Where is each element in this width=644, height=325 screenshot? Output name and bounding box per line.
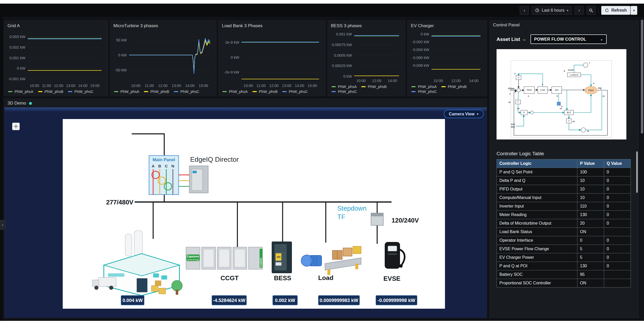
diagram-annotation: PQsp [508, 87, 514, 90]
legend-item-phw-phsb[interactable]: PhW_phsB [252, 90, 278, 94]
x-axis-tick: 12:00 [158, 84, 167, 88]
table-row-meter-reading: Meter Reading1300 [497, 211, 631, 219]
diagram-block-label: Plant [588, 89, 594, 92]
panel-load-bank-3-phases: Load Bank 3 Phases2e-9 kW0 kW-2e-9 kW10:… [218, 20, 325, 96]
chart-bess-3-phases[interactable]: 0.001 kW0.00075 kW0.0005 kW0.00025 kW0 k… [330, 29, 403, 84]
panel-title[interactable]: MicroTurbine 3 phases [113, 23, 214, 29]
legend-item-phw-phsc[interactable]: PhW_phsC [331, 90, 357, 94]
refresh-button[interactable]: Refresh [601, 6, 631, 15]
logic-name-cell: Delta P and Q [497, 176, 577, 185]
legend-item-phw-phsa[interactable]: PhW_phsA [114, 90, 139, 94]
chart-legend: PhW_phsAPhW_phsBPhW_phsC [113, 89, 214, 94]
chart-load-bank-3-phases[interactable]: 2e-9 kW0 kW-2e-9 kW10:0011:0012:0013:001… [221, 29, 323, 89]
live-indicator-dot [29, 102, 32, 105]
chart-plot-area[interactable]: 0.003 kW0.002 kW0.001 kW0 kW-0.001 kW10:… [7, 29, 105, 89]
panel-title[interactable]: EV Charger [410, 23, 484, 29]
q-value-cell [604, 270, 631, 279]
scrollbar-thumb[interactable] [641, 20, 643, 134]
diagram-annotation: PQ [598, 87, 601, 90]
legend-item-phw-phsa[interactable]: PhW_phsA [411, 85, 437, 89]
legend-item-phw-phsa[interactable]: PhW_phsA [222, 90, 248, 94]
y-axis-tick: 0 kW [421, 32, 429, 36]
logic-name-cell: Compute/Manual Input [497, 194, 577, 202]
chart-plot-area[interactable]: 2e-9 kW0 kW-2e-9 kW10:0011:0012:0013:001… [221, 29, 323, 89]
x-axis-tick: 13:00 [172, 84, 181, 88]
panel-title[interactable]: Grid A [7, 23, 105, 29]
diagram-block-label: LoadBank [570, 74, 578, 76]
diagram-annotation: 3 [528, 95, 529, 97]
chart-plot-area[interactable]: 50 kW0 kW-50 kW10:0011:0012:0013:0014:00… [113, 29, 214, 89]
p-value-cell: 5 [577, 245, 604, 253]
legend-item-phw-phsb[interactable]: PhW_phsB [361, 85, 387, 89]
one-line-diagram: Main Panel A B C N [63, 119, 445, 309]
x-axis-tick: 14:00 [469, 79, 478, 83]
load-label: Load [318, 274, 334, 281]
dashboard: ‹ Last 6 hours ▾ › Refresh ▾ Gri [0, 4, 644, 321]
legend-item-phw-phsc[interactable]: PhW_phsC [282, 90, 308, 94]
x-axis-tick: 15:00 [199, 84, 208, 88]
y-axis-tick: 0.002 kW [10, 45, 26, 49]
legend-series-label: PhW_phsB [150, 90, 169, 94]
y-axis-tick: 0.00075 kW [332, 43, 352, 47]
legend-series-label: PhW_phsC [74, 90, 93, 94]
legend-item-phw-phsb[interactable]: PhW_phsB [144, 90, 169, 94]
chart-ev-charger[interactable]: 0 kW-0.002 kW-0.004 kW-0.006 kW-0.008 kW… [410, 29, 484, 84]
readout-value: 0.004 kW [123, 298, 143, 303]
legend-item-phw-phsb[interactable]: PhW_phsB [441, 85, 467, 89]
p-value-cell: 130 [577, 211, 604, 219]
legend-item-phw-phsa[interactable]: PhW_phsA [331, 85, 357, 89]
diagram-annotation: 13 [560, 107, 562, 110]
chart-microturbine-3-phases[interactable]: 50 kW0 kW-50 kW10:0011:0012:0013:0014:00… [113, 29, 214, 89]
legend-series-label: PhW_phsC [338, 90, 357, 94]
q-value-cell: 0 [604, 202, 631, 211]
panel-title: 3D Demo [8, 101, 26, 106]
chart-grid-a[interactable]: 0.003 kW0.002 kW0.001 kW0 kW-0.001 kW10:… [7, 29, 105, 89]
legend-color-dash [144, 91, 148, 92]
camera-view-button[interactable]: Camera View ▾ [444, 110, 484, 118]
chart-plot-area[interactable]: 0.001 kW0.00075 kW0.0005 kW0.00025 kW0 k… [330, 29, 403, 84]
legend-item-phw-phsb[interactable]: PhW_phsB [38, 90, 63, 94]
readout-load: 0.0009999983 kW [319, 296, 360, 305]
time-shift-forward-button[interactable]: › [575, 6, 584, 15]
y-axis-tick: -2e-9 kW [224, 70, 239, 74]
control-panel-scrollbar[interactable] [636, 151, 638, 193]
readout-value: 0.002 kW [275, 298, 295, 303]
legend-color-dash [331, 86, 336, 87]
evse-illustration [385, 242, 405, 269]
main-panel-title: Main Panel [153, 157, 175, 162]
x-axis-tick: 11:00 [42, 84, 51, 88]
time-shift-back-button[interactable]: ‹ [520, 6, 529, 15]
legend-item-phw-phsa[interactable]: PhW_phsA [8, 90, 33, 94]
asset-select[interactable]: POWER FLOW CONTROL ⌄ [530, 34, 607, 44]
panel-header[interactable]: Control Panel [490, 21, 639, 29]
zoom-out-time-button[interactable] [586, 6, 596, 15]
panel-title[interactable]: Load Bank 3 Phases [221, 23, 323, 29]
diagram-annotation: (SP) [511, 126, 515, 128]
x-axis-tick: 14:00 [388, 79, 397, 83]
panel-title[interactable]: BESS 3 phases [330, 23, 403, 29]
legend-series-label: PhW_phsA [121, 90, 139, 94]
x-axis-tick: 11:00 [257, 84, 266, 88]
chart-plot-area[interactable]: 0 kW-0.002 kW-0.004 kW-0.006 kW-0.008 kW… [410, 29, 484, 84]
page-scrollbar[interactable] [641, 20, 643, 319]
sidebar-expand-button[interactable]: › [0, 220, 5, 230]
asset-row: Asset List → POWER FLOW CONTROL ⌄ [497, 34, 632, 44]
table-row-delta-p-and-q: Delta P and Q100 [497, 176, 631, 185]
legend-item-phw-phsc[interactable]: PhW_phsC [411, 90, 437, 94]
table-row-p-and-q-at-poi: P and Q at POI1300 [497, 262, 631, 270]
panel-header[interactable]: 3D Demo [4, 99, 487, 107]
legend-item-phw-phsc[interactable]: PhW_phsC [174, 90, 199, 94]
diagram-block [583, 63, 588, 68]
legend-item-phw-phsc[interactable]: PhW_phsC [68, 90, 93, 94]
q-value-cell: 0 [604, 245, 631, 253]
refresh-label: Refresh [611, 8, 627, 13]
phase-a-label: A [152, 164, 154, 168]
time-range-picker[interactable]: Last 6 hours ▾ [532, 6, 572, 15]
q-value-cell: 0 [604, 185, 631, 194]
scene-3d[interactable]: Camera View ▾ [4, 107, 487, 318]
logic-name-cell: EVSE Power Flow Change [497, 245, 577, 253]
pan-tool-button[interactable] [12, 123, 20, 130]
bess-sticker-label: 233 [277, 256, 280, 258]
refresh-interval-dropdown[interactable]: ▾ [631, 6, 637, 15]
logic-name-cell: PIFD Output [497, 185, 577, 194]
